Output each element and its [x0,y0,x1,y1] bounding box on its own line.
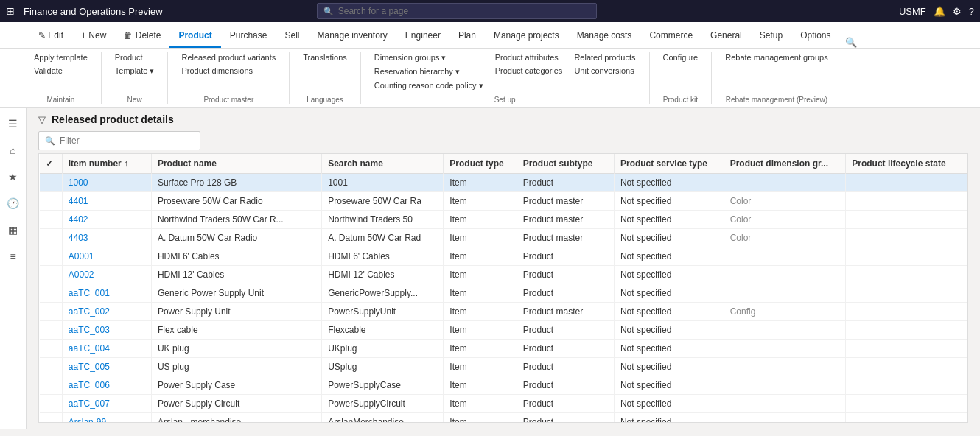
cell-product_type: Item [444,229,517,247]
cell-item_number[interactable]: A0001 [62,247,151,266]
cell-item_number[interactable]: aaTC_005 [62,358,151,376]
cell-item_number[interactable]: 1000 [62,174,151,192]
col-product-name[interactable]: Product name [151,154,321,174]
filter-toggle-icon[interactable]: ▽ [38,114,46,125]
tab-plan[interactable]: Plan [449,26,485,48]
table-row[interactable]: 4401Proseware 50W Car RadioProseware 50W… [40,192,967,211]
gear-icon[interactable]: ⚙ [953,6,962,17]
counting-reason-btn[interactable]: Counting reason code policy ▾ [370,80,488,92]
unit-conversions-btn[interactable]: Unit conversions [570,65,640,77]
item-number-link[interactable]: 4401 [69,196,88,206]
cell-item_number[interactable]: aaTC_002 [62,303,151,321]
configure-btn[interactable]: Configure [659,52,703,63]
cell-item_number[interactable]: aaTC_003 [62,321,151,340]
notification-icon[interactable]: 🔔 [934,6,945,17]
col-product-service-type[interactable]: Product service type [614,154,724,174]
tab-sell[interactable]: Sell [276,26,308,48]
dimension-groups-btn[interactable]: Dimension groups ▾ [370,52,488,64]
validate-btn[interactable]: Validate [29,65,92,77]
recent-icon[interactable]: 🕐 [3,193,24,214]
table-row[interactable]: 1000Surface Pro 128 GB1001ItemProductNot… [40,174,967,192]
item-number-link[interactable]: aaTC_004 [69,343,110,354]
template-btn[interactable]: Template ▾ [111,65,159,77]
table-row[interactable]: aaTC_003Flex cableFlexcableItemProductNo… [40,321,967,340]
tab-product[interactable]: Product [169,26,220,48]
favorites-icon[interactable]: ★ [3,166,24,187]
released-product-variants-btn[interactable]: Released product variants [177,52,280,63]
col-product-dimension-gr[interactable]: Product dimension gr... [724,154,846,174]
workspace-icon[interactable]: ▦ [3,219,24,240]
table-row[interactable]: aaTC_001Generic Power Supply UnitGeneric… [40,284,967,303]
col-check[interactable]: ✓ [40,154,62,174]
product-categories-btn[interactable]: Product categories [491,65,567,77]
table-row[interactable]: 4402Northwind Traders 50W Car R...Northw… [40,211,967,229]
cell-item_number[interactable]: aaTC_006 [62,376,151,395]
item-number-link[interactable]: A0001 [69,251,94,261]
cell-item_number[interactable]: 4401 [62,192,151,211]
cell-item_number[interactable]: A0002 [62,266,151,284]
home-icon[interactable]: ⌂ [3,140,24,161]
col-item-number[interactable]: Item number ↑ [62,154,151,174]
product-btn[interactable]: Product [111,52,159,63]
tab-options[interactable]: Options [791,26,839,48]
app-grid-icon[interactable]: ⊞ [6,5,15,17]
product-attributes-btn[interactable]: Product attributes [491,52,567,63]
cell-item_number[interactable]: aaTC_001 [62,284,151,303]
col-product-lifecycle-state[interactable]: Product lifecycle state [846,154,967,174]
rebate-management-groups-btn[interactable]: Rebate management groups [721,52,832,63]
list-icon[interactable]: ≡ [3,246,24,267]
table-row[interactable]: aaTC_007Power Supply CircuitPowerSupplyC… [40,395,967,413]
item-number-link[interactable]: aaTC_001 [69,288,110,298]
item-number-link[interactable]: aaTC_002 [69,306,110,317]
tab-setup[interactable]: Setup [751,26,791,48]
table-row[interactable]: aaTC_006Power Supply CasePowerSupplyCase… [40,376,967,395]
reservation-hierarchy-btn[interactable]: Reservation hierarchy ▾ [370,66,488,78]
cell-item_number[interactable]: 4402 [62,211,151,229]
item-number-link[interactable]: 4403 [69,233,88,243]
cell-item_number[interactable]: 4403 [62,229,151,247]
tab-engineer[interactable]: Engineer [396,26,449,48]
col-product-type[interactable]: Product type [444,154,517,174]
tab-purchase[interactable]: Purchase [221,26,276,48]
table-row[interactable]: aaTC_002Power Supply UnitPowerSupplyUnit… [40,303,967,321]
item-number-link[interactable]: Arslan-99 [69,417,106,423]
table-row[interactable]: Arslan-99Arslan - merchandiseArslanMerch… [40,413,967,423]
cell-product_dimension_gr: Config [724,303,846,321]
cell-item_number[interactable]: Arslan-99 [62,413,151,423]
cell-item_number[interactable]: aaTC_007 [62,395,151,413]
tab-manage-inventory[interactable]: Manage inventory [308,26,396,48]
item-number-link[interactable]: 1000 [69,177,88,188]
filter-input[interactable] [60,136,194,146]
tab-edit[interactable]: ✎ Edit [29,26,72,48]
tab-delete[interactable]: 🗑 Delete [115,26,169,48]
apply-template-btn[interactable]: Apply template [29,52,92,63]
table-row[interactable]: A0001HDMI 6' CablesHDMI 6' CablesItemPro… [40,247,967,266]
hamburger-icon[interactable]: ☰ [3,113,24,134]
search-bar[interactable]: 🔍 [317,3,597,19]
item-number-link[interactable]: aaTC_005 [69,362,110,372]
setup-col1: Dimension groups ▾ Reservation hierarchy… [370,52,488,92]
item-number-link[interactable]: aaTC_007 [69,398,110,409]
table-row[interactable]: 4403A. Datum 50W Car RadioA. Datum 50W C… [40,229,967,247]
col-search-name[interactable]: Search name [322,154,444,174]
table-row[interactable]: aaTC_005US plugUSplugItemProductNot spec… [40,358,967,376]
tab-manage-costs[interactable]: Manage costs [568,26,641,48]
search-ribbon-icon[interactable]: 🔍 [845,37,857,48]
table-row[interactable]: A0002HDMI 12' CablesHDMI 12' CablesItemP… [40,266,967,284]
item-number-link[interactable]: aaTC_006 [69,380,110,390]
tab-commerce[interactable]: Commerce [640,26,701,48]
tab-manage-projects[interactable]: Manage projects [485,26,568,48]
table-row[interactable]: aaTC_004UK plugUKplugItemProductNot spec… [40,340,967,358]
search-input[interactable] [338,6,590,16]
translations-btn[interactable]: Translations [298,52,351,63]
cell-item_number[interactable]: aaTC_004 [62,340,151,358]
tab-new[interactable]: + New [72,26,115,48]
tab-general[interactable]: General [701,26,751,48]
product-dimensions-btn[interactable]: Product dimensions [177,65,280,77]
col-product-subtype[interactable]: Product subtype [517,154,614,174]
help-icon[interactable]: ? [969,6,974,17]
item-number-link[interactable]: 4402 [69,214,88,225]
item-number-link[interactable]: A0002 [69,270,94,280]
item-number-link[interactable]: aaTC_003 [69,325,110,335]
related-products-btn[interactable]: Related products [570,52,640,63]
